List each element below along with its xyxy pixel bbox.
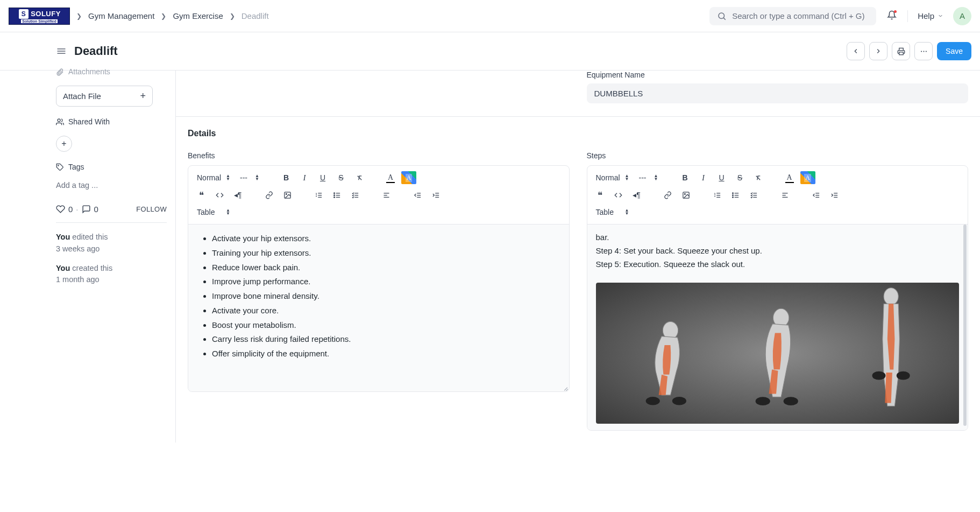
quote-button[interactable]: ❝ [194, 188, 209, 201]
font-select[interactable]: ---▲▼ [237, 171, 262, 184]
printer-icon [897, 47, 905, 55]
code-button[interactable] [611, 188, 626, 201]
users-icon [56, 118, 64, 126]
clear-format-button[interactable] [352, 171, 367, 184]
form-area: Equipment Name DUMBBELLS Details Benefit… [175, 71, 980, 443]
strike-button[interactable]: S [733, 171, 748, 184]
timeline: You edited this3 weeks agoYou created th… [56, 232, 167, 286]
align-button[interactable] [379, 188, 394, 201]
shared-with-header: Shared With [56, 117, 167, 126]
save-button[interactable]: Save [937, 42, 971, 60]
image-button[interactable] [280, 188, 295, 201]
svg-point-8 [925, 51, 926, 52]
link-button[interactable] [261, 188, 276, 201]
italic-button[interactable]: I [297, 171, 312, 184]
quote-button[interactable]: ❝ [593, 188, 608, 201]
chevron-right-icon [875, 47, 882, 55]
comment-icon[interactable] [82, 205, 91, 214]
bg-color-button[interactable]: A [800, 171, 815, 184]
clear-format-button[interactable] [751, 171, 766, 184]
menu-icon[interactable] [56, 46, 67, 57]
outdent-button[interactable] [410, 188, 425, 201]
exercise-image [596, 283, 960, 424]
heart-icon[interactable] [56, 205, 65, 214]
prev-button[interactable] [847, 42, 865, 60]
notifications-button[interactable] [883, 8, 901, 24]
avatar[interactable]: A [953, 7, 971, 25]
resize-handle-icon[interactable] [563, 385, 568, 390]
benefits-editor: Normal▲▼ ---▲▼ B I U S A A [188, 165, 570, 392]
svg-point-63 [884, 288, 898, 305]
svg-point-6 [921, 51, 922, 52]
bullet-list-button[interactable] [329, 188, 344, 201]
svg-point-64 [872, 371, 886, 380]
print-button[interactable] [892, 42, 910, 60]
direction-button[interactable]: ◂¶ [629, 188, 644, 201]
ordered-list-button[interactable] [710, 188, 725, 201]
steps-toolbar: Normal▲▼ ---▲▼ B I U S A A [587, 166, 968, 225]
breadcrumb-gym-management[interactable]: Gym Management [88, 11, 154, 20]
divider [907, 10, 908, 22]
heading-select[interactable]: Normal▲▼ [593, 171, 633, 184]
svg-point-0 [719, 13, 725, 19]
indent-button[interactable] [428, 188, 443, 201]
text-line: Step 5: Execution. Squeeze the slack out… [596, 258, 960, 271]
indent-button[interactable] [827, 188, 842, 201]
svg-point-7 [923, 51, 924, 52]
benefits-toolbar: Normal▲▼ ---▲▼ B I U S A A [188, 166, 569, 225]
follow-button[interactable]: FOLLOW [136, 205, 167, 213]
logo[interactable]: SSOLUFY Solution Simplified [9, 8, 70, 25]
add-share-button[interactable]: + [56, 136, 72, 152]
paperclip-icon [56, 68, 64, 76]
align-button[interactable] [778, 188, 793, 201]
check-list-button[interactable] [347, 188, 363, 201]
text-line: bar. [596, 231, 960, 244]
image-button[interactable] [679, 188, 694, 201]
bg-color-button[interactable]: A [401, 171, 416, 184]
section-divider [176, 116, 980, 117]
more-button[interactable] [914, 42, 933, 60]
sort-icon: ▲▼ [654, 174, 658, 181]
outdent-button[interactable] [809, 188, 824, 201]
benefits-textarea[interactable]: Activate your hip extensors.Training you… [188, 225, 569, 391]
divider [56, 222, 167, 223]
code-button[interactable] [212, 188, 227, 201]
bullet-list-button[interactable] [728, 188, 743, 201]
strike-button[interactable]: S [333, 171, 349, 184]
comments-count: 0 [94, 205, 98, 214]
underline-button[interactable]: U [714, 171, 729, 184]
bold-button[interactable]: B [678, 171, 693, 184]
benefits-label: Benefits [188, 151, 570, 160]
svg-point-19 [333, 192, 335, 193]
link-button[interactable] [661, 188, 676, 201]
next-button[interactable] [869, 42, 887, 60]
scrollbar[interactable] [963, 225, 967, 430]
table-select[interactable]: Table▲▼ [194, 206, 233, 219]
topbar: SSOLUFY Solution Simplified ❯ Gym Manage… [0, 0, 980, 32]
ordered-list-button[interactable] [311, 188, 326, 201]
italic-button[interactable]: I [696, 171, 711, 184]
bold-button[interactable]: B [279, 171, 294, 184]
check-list-button[interactable] [747, 188, 762, 201]
attach-file-button[interactable]: Attach File + [56, 86, 153, 107]
table-select[interactable]: Table▲▼ [593, 206, 633, 219]
text-color-button[interactable]: A [383, 171, 398, 184]
svg-point-43 [733, 194, 734, 195]
timeline-item: You edited this3 weeks ago [56, 232, 167, 255]
direction-button[interactable]: ◂¶ [230, 188, 245, 201]
heading-select[interactable]: Normal▲▼ [194, 171, 233, 184]
steps-textarea[interactable]: bar.Step 4: Set your back. Squeeze your … [587, 225, 968, 430]
list-item: Activate your hip extensors. [212, 232, 560, 246]
font-select[interactable]: ---▲▼ [636, 171, 662, 184]
breadcrumb-gym-exercise[interactable]: Gym Exercise [173, 11, 223, 20]
help-dropdown[interactable]: Help [914, 9, 947, 23]
underline-button[interactable]: U [315, 171, 330, 184]
svg-point-59 [672, 397, 686, 405]
text-color-button[interactable]: A [782, 171, 797, 184]
chevron-down-icon [938, 13, 943, 19]
search-input[interactable]: Search or type a command (Ctrl + G) [709, 7, 876, 25]
timeline-item: You created this1 month ago [56, 263, 167, 286]
list-item: Boost your metabolism. [212, 319, 560, 332]
equipment-input[interactable]: DUMBBELLS [587, 83, 969, 103]
tags-input[interactable]: Add a tag ... [56, 181, 167, 190]
